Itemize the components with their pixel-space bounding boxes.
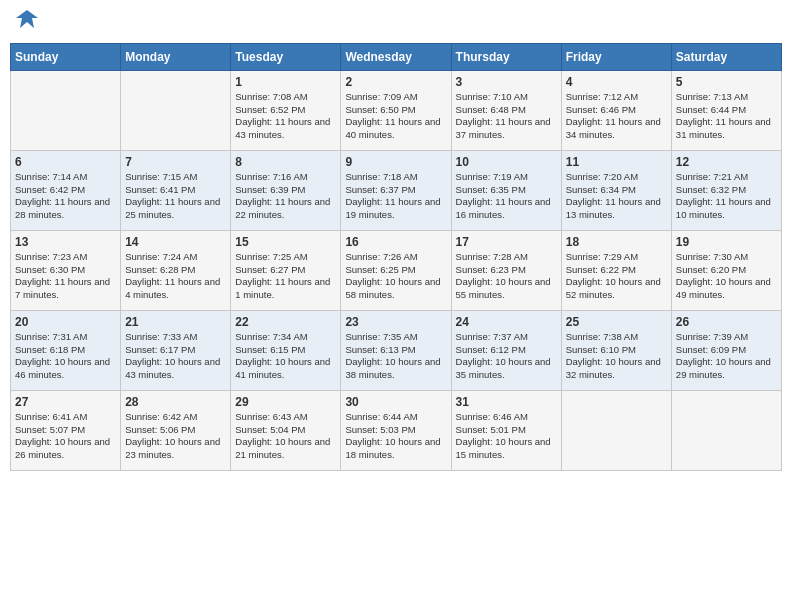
calendar-cell: 5Sunrise: 7:13 AM Sunset: 6:44 PM Daylig… [671,70,781,150]
day-number: 2 [345,75,446,89]
day-number: 22 [235,315,336,329]
day-number: 30 [345,395,446,409]
day-number: 28 [125,395,226,409]
day-number: 10 [456,155,557,169]
day-number: 14 [125,235,226,249]
cell-content: Sunrise: 7:14 AM Sunset: 6:42 PM Dayligh… [15,171,116,222]
cell-content: Sunrise: 7:21 AM Sunset: 6:32 PM Dayligh… [676,171,777,222]
cell-content: Sunrise: 7:34 AM Sunset: 6:15 PM Dayligh… [235,331,336,382]
day-number: 1 [235,75,336,89]
day-number: 8 [235,155,336,169]
cell-content: Sunrise: 7:37 AM Sunset: 6:12 PM Dayligh… [456,331,557,382]
day-number: 26 [676,315,777,329]
calendar-cell: 18Sunrise: 7:29 AM Sunset: 6:22 PM Dayli… [561,230,671,310]
calendar-cell: 25Sunrise: 7:38 AM Sunset: 6:10 PM Dayli… [561,310,671,390]
calendar-cell: 21Sunrise: 7:33 AM Sunset: 6:17 PM Dayli… [121,310,231,390]
calendar-cell: 26Sunrise: 7:39 AM Sunset: 6:09 PM Dayli… [671,310,781,390]
day-number: 15 [235,235,336,249]
cell-content: Sunrise: 7:39 AM Sunset: 6:09 PM Dayligh… [676,331,777,382]
cell-content: Sunrise: 7:15 AM Sunset: 6:41 PM Dayligh… [125,171,226,222]
cell-content: Sunrise: 7:18 AM Sunset: 6:37 PM Dayligh… [345,171,446,222]
header-day-monday: Monday [121,43,231,70]
cell-content: Sunrise: 7:24 AM Sunset: 6:28 PM Dayligh… [125,251,226,302]
cell-content: Sunrise: 7:33 AM Sunset: 6:17 PM Dayligh… [125,331,226,382]
header-day-sunday: Sunday [11,43,121,70]
calendar-cell: 2Sunrise: 7:09 AM Sunset: 6:50 PM Daylig… [341,70,451,150]
cell-content: Sunrise: 7:08 AM Sunset: 6:52 PM Dayligh… [235,91,336,142]
day-number: 23 [345,315,446,329]
day-number: 12 [676,155,777,169]
header-day-wednesday: Wednesday [341,43,451,70]
cell-content: Sunrise: 7:16 AM Sunset: 6:39 PM Dayligh… [235,171,336,222]
calendar-cell: 9Sunrise: 7:18 AM Sunset: 6:37 PM Daylig… [341,150,451,230]
day-number: 19 [676,235,777,249]
calendar-cell: 6Sunrise: 7:14 AM Sunset: 6:42 PM Daylig… [11,150,121,230]
calendar-header: SundayMondayTuesdayWednesdayThursdayFrid… [11,43,782,70]
day-number: 18 [566,235,667,249]
cell-content: Sunrise: 7:30 AM Sunset: 6:20 PM Dayligh… [676,251,777,302]
header-day-saturday: Saturday [671,43,781,70]
calendar-cell: 31Sunrise: 6:46 AM Sunset: 5:01 PM Dayli… [451,390,561,470]
day-number: 11 [566,155,667,169]
cell-content: Sunrise: 7:19 AM Sunset: 6:35 PM Dayligh… [456,171,557,222]
day-number: 31 [456,395,557,409]
day-number: 6 [15,155,116,169]
header-row: SundayMondayTuesdayWednesdayThursdayFrid… [11,43,782,70]
cell-content: Sunrise: 6:41 AM Sunset: 5:07 PM Dayligh… [15,411,116,462]
cell-content: Sunrise: 6:42 AM Sunset: 5:06 PM Dayligh… [125,411,226,462]
calendar-cell: 27Sunrise: 6:41 AM Sunset: 5:07 PM Dayli… [11,390,121,470]
calendar-cell: 30Sunrise: 6:44 AM Sunset: 5:03 PM Dayli… [341,390,451,470]
calendar-cell: 7Sunrise: 7:15 AM Sunset: 6:41 PM Daylig… [121,150,231,230]
calendar-cell [671,390,781,470]
calendar-cell: 29Sunrise: 6:43 AM Sunset: 5:04 PM Dayli… [231,390,341,470]
calendar-cell: 10Sunrise: 7:19 AM Sunset: 6:35 PM Dayli… [451,150,561,230]
day-number: 5 [676,75,777,89]
cell-content: Sunrise: 6:43 AM Sunset: 5:04 PM Dayligh… [235,411,336,462]
header-day-tuesday: Tuesday [231,43,341,70]
day-number: 17 [456,235,557,249]
day-number: 4 [566,75,667,89]
calendar-cell: 19Sunrise: 7:30 AM Sunset: 6:20 PM Dayli… [671,230,781,310]
header-day-friday: Friday [561,43,671,70]
week-row-2: 6Sunrise: 7:14 AM Sunset: 6:42 PM Daylig… [11,150,782,230]
calendar-cell [561,390,671,470]
day-number: 20 [15,315,116,329]
calendar-table: SundayMondayTuesdayWednesdayThursdayFrid… [10,43,782,471]
calendar-cell: 13Sunrise: 7:23 AM Sunset: 6:30 PM Dayli… [11,230,121,310]
cell-content: Sunrise: 7:13 AM Sunset: 6:44 PM Dayligh… [676,91,777,142]
day-number: 21 [125,315,226,329]
cell-content: Sunrise: 7:10 AM Sunset: 6:48 PM Dayligh… [456,91,557,142]
week-row-5: 27Sunrise: 6:41 AM Sunset: 5:07 PM Dayli… [11,390,782,470]
calendar-body: 1Sunrise: 7:08 AM Sunset: 6:52 PM Daylig… [11,70,782,470]
cell-content: Sunrise: 7:31 AM Sunset: 6:18 PM Dayligh… [15,331,116,382]
cell-content: Sunrise: 7:25 AM Sunset: 6:27 PM Dayligh… [235,251,336,302]
cell-content: Sunrise: 7:29 AM Sunset: 6:22 PM Dayligh… [566,251,667,302]
page-header [10,10,782,35]
calendar-cell: 3Sunrise: 7:10 AM Sunset: 6:48 PM Daylig… [451,70,561,150]
calendar-cell: 12Sunrise: 7:21 AM Sunset: 6:32 PM Dayli… [671,150,781,230]
day-number: 29 [235,395,336,409]
cell-content: Sunrise: 7:26 AM Sunset: 6:25 PM Dayligh… [345,251,446,302]
calendar-cell: 8Sunrise: 7:16 AM Sunset: 6:39 PM Daylig… [231,150,341,230]
logo [14,10,38,35]
day-number: 3 [456,75,557,89]
cell-content: Sunrise: 6:44 AM Sunset: 5:03 PM Dayligh… [345,411,446,462]
calendar-cell: 23Sunrise: 7:35 AM Sunset: 6:13 PM Dayli… [341,310,451,390]
calendar-cell: 16Sunrise: 7:26 AM Sunset: 6:25 PM Dayli… [341,230,451,310]
day-number: 24 [456,315,557,329]
day-number: 16 [345,235,446,249]
week-row-4: 20Sunrise: 7:31 AM Sunset: 6:18 PM Dayli… [11,310,782,390]
cell-content: Sunrise: 7:12 AM Sunset: 6:46 PM Dayligh… [566,91,667,142]
day-number: 25 [566,315,667,329]
calendar-cell: 4Sunrise: 7:12 AM Sunset: 6:46 PM Daylig… [561,70,671,150]
cell-content: Sunrise: 7:28 AM Sunset: 6:23 PM Dayligh… [456,251,557,302]
logo-bird-icon [16,8,38,30]
calendar-cell: 15Sunrise: 7:25 AM Sunset: 6:27 PM Dayli… [231,230,341,310]
calendar-cell [11,70,121,150]
calendar-cell [121,70,231,150]
cell-content: Sunrise: 6:46 AM Sunset: 5:01 PM Dayligh… [456,411,557,462]
calendar-cell: 22Sunrise: 7:34 AM Sunset: 6:15 PM Dayli… [231,310,341,390]
calendar-cell: 14Sunrise: 7:24 AM Sunset: 6:28 PM Dayli… [121,230,231,310]
week-row-1: 1Sunrise: 7:08 AM Sunset: 6:52 PM Daylig… [11,70,782,150]
day-number: 27 [15,395,116,409]
